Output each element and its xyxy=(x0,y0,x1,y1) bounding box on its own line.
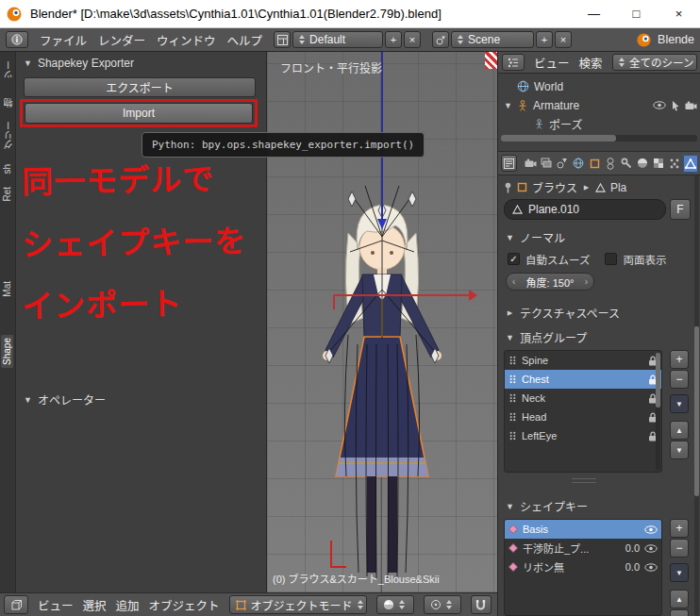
tab-render-layers-icon[interactable] xyxy=(539,155,554,173)
vertex-group-move-down-button[interactable]: ▼ xyxy=(670,441,689,459)
outliner-item-world[interactable]: World xyxy=(517,77,563,95)
info-editor-icon[interactable] xyxy=(6,31,28,48)
datablock-name-field[interactable]: Plane.010 xyxy=(504,199,666,220)
menu-help[interactable]: ヘルプ xyxy=(227,31,263,49)
tab-material-icon[interactable] xyxy=(635,155,650,173)
outliner-horizontal-scrollbar[interactable] xyxy=(501,135,697,142)
eye-icon[interactable] xyxy=(644,563,658,572)
import-highlight-box xyxy=(20,99,258,127)
vertex-group-remove-button[interactable]: − xyxy=(670,370,689,389)
collapse-arrow-icon: ▼ xyxy=(505,308,514,317)
shape-key-specials-menu[interactable]: ▼ xyxy=(670,563,689,582)
eye-icon[interactable] xyxy=(653,101,666,109)
double-sided-checkbox[interactable] xyxy=(605,253,617,265)
eye-icon[interactable] xyxy=(644,525,658,534)
vertex-group-specials-menu[interactable]: ▼ xyxy=(670,394,689,413)
increment-arrow-icon[interactable]: › xyxy=(585,276,588,287)
shelf-tab-grease[interactable]: グリー xyxy=(1,118,17,152)
normals-section-header[interactable]: ▼ ノーマル xyxy=(506,229,565,245)
vertex-group-row[interactable]: Neck xyxy=(505,389,661,408)
shape-key-row[interactable]: リボン無 0.0 xyxy=(505,558,661,576)
properties-scrollbar[interactable] xyxy=(694,175,699,616)
operator-panel-header[interactable]: ▼ オペレーター xyxy=(24,391,106,408)
maximize-button[interactable]: □ xyxy=(615,0,658,28)
outliner-menu-view[interactable]: ビュー xyxy=(534,54,570,72)
shelf-tab-tools[interactable]: ツー xyxy=(1,58,17,82)
screen-layout-selector[interactable]: Default xyxy=(292,31,383,48)
snap-magnet-icon[interactable] xyxy=(471,595,492,614)
remove-layout-button[interactable]: × xyxy=(404,31,421,48)
tab-object-data-icon[interactable] xyxy=(683,155,698,173)
texture-space-section-header[interactable]: ▼ テクスチャスペース xyxy=(506,305,620,321)
decrement-arrow-icon[interactable]: ‹ xyxy=(512,276,515,287)
shelf-tab-sh[interactable]: sh xyxy=(1,161,13,177)
vertex-groups-scrollbar[interactable] xyxy=(656,353,660,470)
disclosure-arrow-icon[interactable]: ▼ xyxy=(504,101,512,110)
export-button[interactable]: エクスポート xyxy=(24,77,256,97)
vertex-group-row[interactable]: Spine xyxy=(505,351,661,370)
shape-key-remove-button[interactable]: − xyxy=(670,539,689,558)
shape-key-move-up-button[interactable]: ▲ xyxy=(670,590,689,608)
angle-number-field[interactable]: ‹ 角度: 150° › xyxy=(506,273,594,291)
add-scene-button[interactable]: + xyxy=(536,31,553,48)
cursor-select-icon[interactable] xyxy=(671,100,680,111)
viewport-corner-widget[interactable] xyxy=(485,52,497,69)
outliner-item-pose[interactable]: ポーズ xyxy=(534,115,582,133)
viewport-menu-object[interactable]: オブジェクト xyxy=(149,596,220,614)
scene-browse-icon[interactable] xyxy=(432,31,449,48)
shape-key-row-selected[interactable]: Basis xyxy=(505,520,661,539)
vertex-group-row-selected[interactable]: Chest xyxy=(505,370,661,389)
shelf-tab-ret[interactable]: Ret xyxy=(1,184,13,205)
tab-world-icon[interactable] xyxy=(571,155,586,173)
remove-scene-button[interactable]: × xyxy=(555,31,572,48)
breadcrumb-object-name[interactable]: ブラウス xyxy=(532,179,577,195)
shapekey-exporter-panel-header[interactable]: ▼ Shapekey Exporter xyxy=(24,57,134,70)
vertex-group-row[interactable]: Head xyxy=(505,408,661,426)
pivot-point-selector[interactable] xyxy=(424,595,461,614)
viewport-menu-view[interactable]: ビュー xyxy=(38,596,74,614)
menu-file[interactable]: ファイル xyxy=(40,31,87,49)
shelf-tab-physics[interactable]: 物 xyxy=(1,95,17,110)
tab-particles-icon[interactable] xyxy=(667,155,682,173)
close-button[interactable]: × xyxy=(658,0,700,28)
outliner-menu-search[interactable]: 検索 xyxy=(579,54,603,72)
viewport-menu-select[interactable]: 選択 xyxy=(83,596,107,614)
menu-window[interactable]: ウィンドウ xyxy=(157,31,216,49)
shape-key-move-down-button[interactable]: ▼ xyxy=(670,609,689,616)
fake-user-button[interactable]: F xyxy=(670,199,691,220)
tab-render-icon[interactable] xyxy=(523,155,538,173)
tab-modifiers-icon[interactable] xyxy=(619,155,634,173)
outliner-editor-icon[interactable] xyxy=(502,54,525,71)
pin-icon[interactable] xyxy=(504,182,512,193)
shape-keys-section-header[interactable]: ▼ シェイプキー xyxy=(506,498,588,514)
tab-texture-icon[interactable] xyxy=(651,155,666,173)
breadcrumb-data-name[interactable]: Pla xyxy=(610,181,626,194)
add-layout-button[interactable]: + xyxy=(385,31,402,48)
outliner-item-armature[interactable]: ▼ Armature xyxy=(504,96,697,114)
minimize-button[interactable]: — xyxy=(573,0,615,28)
outliner-scope-selector[interactable]: 全てのシーン xyxy=(612,54,697,71)
viewport-shading-selector[interactable] xyxy=(376,595,414,614)
tab-scene-icon[interactable] xyxy=(555,155,570,173)
shape-key-add-button[interactable]: + xyxy=(670,519,689,538)
viewport-menu-add[interactable]: 追加 xyxy=(116,596,140,614)
vertex-groups-section-header[interactable]: ▼ 頂点グループ xyxy=(506,329,587,345)
vertex-group-add-button[interactable]: + xyxy=(670,350,689,369)
vertex-group-row[interactable]: LeftEye xyxy=(505,426,661,445)
screen-layout-browse-icon[interactable] xyxy=(274,31,291,48)
auto-smooth-checkbox[interactable]: ✓ xyxy=(508,253,520,265)
tab-object-icon[interactable] xyxy=(587,155,602,173)
eye-icon[interactable] xyxy=(644,544,658,553)
vertex-group-move-up-button[interactable]: ▲ xyxy=(670,421,689,440)
menu-render[interactable]: レンダー xyxy=(98,31,145,49)
viewport-editor-icon[interactable] xyxy=(4,595,28,614)
camera-render-icon[interactable] xyxy=(685,101,697,110)
list-resize-grip[interactable] xyxy=(572,478,596,483)
tab-constraints-icon[interactable] xyxy=(603,155,618,173)
scene-selector[interactable]: Scene xyxy=(451,31,534,48)
shape-key-row[interactable]: 干渉防止_プ... 0.0 xyxy=(505,539,661,558)
shelf-tab-shape[interactable]: Shape xyxy=(1,335,13,368)
mode-selector[interactable]: オブジェクトモード xyxy=(229,595,367,614)
shelf-tab-mat[interactable]: Mat xyxy=(1,278,13,300)
properties-editor-icon[interactable] xyxy=(501,155,517,172)
